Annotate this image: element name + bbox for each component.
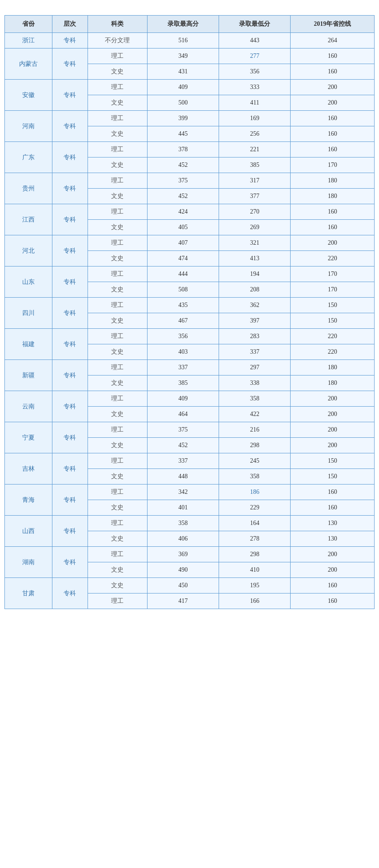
control-score-cell: 150	[291, 313, 375, 329]
subject-cell: 文史	[88, 438, 147, 453]
level-cell: 专科	[52, 266, 88, 298]
header-row: 省份层次科类录取最高分录取最低分2019年省控线	[5, 16, 375, 33]
subject-cell: 文史	[88, 251, 147, 266]
table-row: 四川专科理工435362150	[5, 298, 375, 313]
table-row: 湖南专科理工369298200	[5, 547, 375, 562]
level-cell: 专科	[52, 235, 88, 266]
province-cell: 河北	[5, 235, 52, 266]
min-score-cell: 397	[219, 313, 291, 329]
subject-cell: 理工	[88, 329, 147, 344]
max-score-cell: 337	[147, 360, 219, 375]
subject-cell: 不分文理	[88, 33, 147, 48]
min-score-cell: 358	[219, 391, 291, 407]
subject-cell: 文史	[88, 157, 147, 173]
control-score-cell: 150	[291, 469, 375, 484]
control-score-cell: 180	[291, 189, 375, 204]
table-row: 青海专科理工342186160	[5, 484, 375, 500]
max-score-cell: 358	[147, 516, 219, 531]
min-score-cell: 221	[219, 142, 291, 157]
min-score-cell: 194	[219, 266, 291, 282]
min-score-cell: 358	[219, 469, 291, 484]
control-score-cell: 200	[291, 547, 375, 562]
province-cell: 广东	[5, 142, 52, 173]
max-score-cell: 431	[147, 64, 219, 80]
min-score-cell: 338	[219, 375, 291, 391]
min-score-cell: 245	[219, 453, 291, 469]
min-score-cell: 229	[219, 500, 291, 516]
max-score-cell: 356	[147, 329, 219, 344]
min-score-cell: 208	[219, 282, 291, 298]
subject-cell: 文史	[88, 344, 147, 360]
subject-cell: 理工	[88, 484, 147, 500]
control-score-cell: 170	[291, 282, 375, 298]
max-score-cell: 349	[147, 48, 219, 64]
max-score-cell: 452	[147, 189, 219, 204]
max-score-cell: 405	[147, 220, 219, 235]
province-cell: 福建	[5, 329, 52, 360]
min-score-cell: 317	[219, 173, 291, 189]
subject-cell: 文史	[88, 469, 147, 484]
min-score-cell: 298	[219, 547, 291, 562]
province-cell: 山西	[5, 516, 52, 547]
min-score-cell: 278	[219, 531, 291, 547]
subject-cell: 文史	[88, 562, 147, 578]
subject-cell: 理工	[88, 80, 147, 95]
level-cell: 专科	[52, 204, 88, 235]
subject-cell: 文史	[88, 375, 147, 391]
province-cell: 新疆	[5, 360, 52, 391]
province-cell: 浙江	[5, 33, 52, 48]
province-cell: 安徽	[5, 80, 52, 111]
table-container: 省份层次科类录取最高分录取最低分2019年省控线 浙江专科不分文理5164432…	[4, 4, 375, 609]
table-row: 江西专科理工424270160	[5, 204, 375, 220]
level-cell: 专科	[52, 48, 88, 80]
province-cell: 青海	[5, 484, 52, 516]
province-cell: 贵州	[5, 173, 52, 204]
min-score-cell: 410	[219, 562, 291, 578]
subject-cell: 理工	[88, 142, 147, 157]
min-score-cell: 411	[219, 95, 291, 111]
column-header: 2019年省控线	[291, 16, 375, 33]
min-score-cell: 195	[219, 578, 291, 593]
max-score-cell: 448	[147, 469, 219, 484]
table-row: 浙江专科不分文理516443264	[5, 33, 375, 48]
province-cell: 甘肃	[5, 578, 52, 609]
level-cell: 专科	[52, 360, 88, 391]
min-score-cell: 277	[219, 48, 291, 64]
min-score-cell: 362	[219, 298, 291, 313]
subject-cell: 理工	[88, 111, 147, 126]
control-score-cell: 200	[291, 562, 375, 578]
subject-cell: 理工	[88, 360, 147, 375]
max-score-cell: 409	[147, 391, 219, 407]
subject-cell: 文史	[88, 313, 147, 329]
min-score-cell: 270	[219, 204, 291, 220]
control-score-cell: 200	[291, 95, 375, 111]
control-score-cell: 180	[291, 375, 375, 391]
control-score-cell: 200	[291, 422, 375, 438]
control-score-cell: 160	[291, 484, 375, 500]
province-cell: 山东	[5, 266, 52, 298]
subject-cell: 理工	[88, 547, 147, 562]
province-cell: 河南	[5, 111, 52, 142]
min-score-cell: 321	[219, 235, 291, 251]
max-score-cell: 369	[147, 547, 219, 562]
subject-cell: 文史	[88, 531, 147, 547]
table-row: 山东专科理工444194170	[5, 266, 375, 282]
control-score-cell: 160	[291, 593, 375, 609]
control-score-cell: 160	[291, 220, 375, 235]
max-score-cell: 409	[147, 80, 219, 95]
max-score-cell: 435	[147, 298, 219, 313]
control-score-cell: 200	[291, 235, 375, 251]
max-score-cell: 375	[147, 422, 219, 438]
min-score-cell: 186	[219, 484, 291, 500]
max-score-cell: 467	[147, 313, 219, 329]
subject-cell: 理工	[88, 204, 147, 220]
table-row: 内蒙古专科理工349277160	[5, 48, 375, 64]
table-row: 宁夏专科理工375216200	[5, 422, 375, 438]
min-score-cell: 269	[219, 220, 291, 235]
column-header: 层次	[52, 16, 88, 33]
max-score-cell: 403	[147, 344, 219, 360]
table-row: 福建专科理工356283220	[5, 329, 375, 344]
min-score-cell: 256	[219, 126, 291, 142]
min-score-cell: 422	[219, 407, 291, 422]
table-row: 吉林专科理工337245150	[5, 453, 375, 469]
